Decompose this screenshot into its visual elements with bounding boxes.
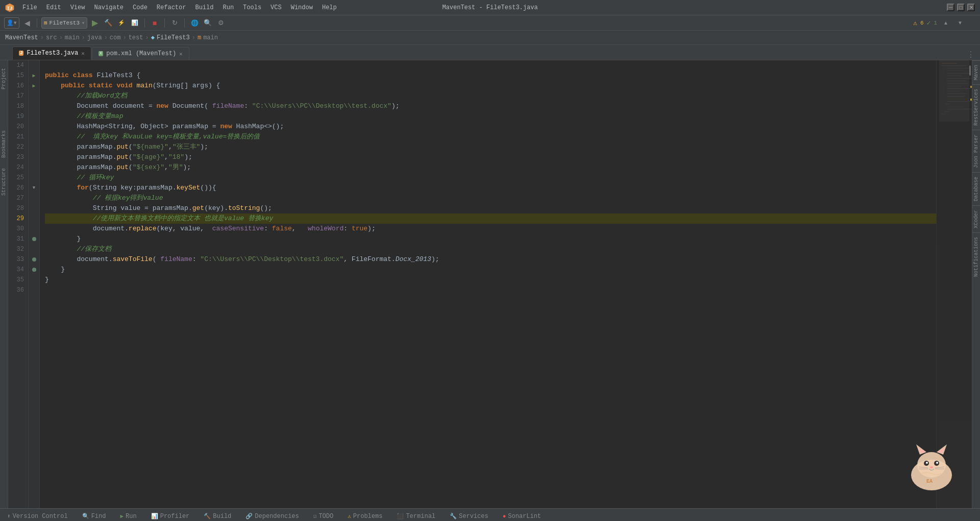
- run-config-selector[interactable]: m FileTest3 ▾: [41, 17, 87, 29]
- stop-button[interactable]: ■: [149, 17, 160, 29]
- profiler-label: Profiler: [160, 513, 190, 520]
- todo-tool[interactable]: ☑ TODO: [310, 512, 336, 521]
- breadcrumb-src[interactable]: src: [46, 34, 57, 41]
- menu-run[interactable]: Run: [218, 3, 238, 13]
- coverage-button[interactable]: ⚡: [116, 17, 127, 29]
- profiler-tool[interactable]: 📊 Profiler: [148, 512, 193, 521]
- menu-vcs[interactable]: VCS: [266, 3, 286, 13]
- close-button[interactable]: ✕: [967, 4, 975, 11]
- search-button[interactable]: 🔍: [202, 17, 213, 29]
- code-line-32: //保存文档: [45, 244, 936, 254]
- problems-tool[interactable]: ⚠ Problems: [345, 512, 385, 521]
- back-button[interactable]: ◀: [21, 17, 33, 29]
- version-control-tool[interactable]: ⬆ Version Control: [4, 512, 71, 521]
- find-tool[interactable]: 🔍 Find: [79, 512, 109, 521]
- gutter-15: ▶: [29, 70, 39, 81]
- menu-tools[interactable]: Tools: [239, 3, 265, 13]
- gutter-26: ▼: [29, 183, 39, 193]
- code-line-27: // 根据key得到value: [45, 193, 936, 203]
- gutter-22: [29, 142, 39, 152]
- tab-pom[interactable]: X pom.xml (MavenTest) ✕: [92, 47, 189, 60]
- svg-rect-9: [947, 81, 966, 81]
- tab-filtest3[interactable]: J FileTest3.java ✕: [12, 46, 91, 60]
- run-button[interactable]: ▶: [89, 17, 101, 29]
- bookmarks-panel-label[interactable]: Bookmarks: [0, 125, 8, 163]
- navigate-up-button[interactable]: ▲: [940, 17, 951, 29]
- rest-services-panel-label[interactable]: RestServices: [972, 84, 980, 130]
- terminal-tool[interactable]: ⬛ Terminal: [394, 512, 438, 521]
- menu-code[interactable]: Code: [129, 3, 152, 13]
- breadcrumb-sep3: ›: [82, 34, 85, 41]
- menu-build[interactable]: Build: [191, 3, 217, 13]
- json-parser-panel-label[interactable]: Json Parser: [972, 130, 980, 172]
- svg-rect-6: [947, 73, 971, 74]
- translate-button[interactable]: 🌐: [189, 17, 200, 29]
- breadcrumb-test[interactable]: test: [129, 34, 143, 41]
- code-line-14: [45, 60, 936, 70]
- menu-file[interactable]: File: [18, 3, 41, 13]
- menu-help[interactable]: Help: [318, 3, 341, 13]
- profile-selector-button[interactable]: 👤▾: [4, 17, 19, 29]
- line-num-14: 14: [8, 60, 24, 70]
- notifications-panel-label[interactable]: Notifications: [972, 232, 980, 281]
- xml-file-icon: X: [99, 51, 103, 56]
- line-numbers: 14 15 16 17 18 19 20 21 22 23 24 25 26 2…: [8, 60, 29, 508]
- gutter-35: [29, 275, 39, 285]
- dependencies-tool[interactable]: 🔗 Dependencies: [242, 512, 302, 521]
- warning-icon: ⚠: [913, 19, 917, 27]
- line-num-19: 19: [8, 111, 24, 122]
- code-editor[interactable]: public class FileTest3 { public static v…: [40, 60, 936, 508]
- svg-rect-17: [947, 101, 972, 102]
- maximize-button[interactable]: □: [957, 4, 965, 11]
- code-line-28: String value = paramsMap.get(key).toStri…: [45, 203, 936, 214]
- svg-rect-16: [947, 99, 972, 100]
- sonarLint-tool[interactable]: ● SonarLint: [500, 512, 544, 521]
- profile-run-button[interactable]: 📊: [129, 17, 140, 29]
- line-num-30: 30: [8, 224, 24, 234]
- menu-edit[interactable]: Edit: [42, 3, 65, 13]
- settings-button[interactable]: ⚙: [215, 17, 227, 29]
- xcoder-panel-label[interactable]: XCoder: [972, 205, 980, 232]
- breadcrumb-java[interactable]: java: [87, 34, 102, 41]
- gutter-25: [29, 173, 39, 183]
- project-panel-label[interactable]: Project: [0, 63, 8, 94]
- services-tool[interactable]: 🔧 Services: [447, 512, 492, 521]
- gutter-28: [29, 203, 39, 214]
- app-logo: IJ: [5, 3, 14, 12]
- code-line-31: }: [45, 234, 936, 244]
- services-label: Services: [459, 513, 488, 520]
- gutter-17: [29, 91, 39, 101]
- database-panel-label[interactable]: Database: [972, 172, 980, 205]
- more-tabs-button[interactable]: ⋮: [967, 50, 980, 60]
- bookmark-31: [32, 237, 36, 241]
- menu-navigate[interactable]: Navigate: [90, 3, 128, 13]
- line-num-33: 33: [8, 254, 24, 265]
- breadcrumb-file-icon: ◆: [151, 34, 155, 41]
- code-line-20: HashMap<String, Object> paramsMap = new …: [45, 122, 936, 132]
- svg-rect-5: [947, 70, 965, 71]
- menu-refactor[interactable]: Refactor: [153, 3, 190, 13]
- build-tool[interactable]: 🔨 Build: [201, 512, 234, 521]
- line-num-29: 29: [8, 214, 24, 224]
- ok-icon: ✓: [927, 19, 931, 27]
- breadcrumb-method[interactable]: main: [203, 34, 218, 41]
- breadcrumb-com[interactable]: com: [110, 34, 121, 41]
- svg-rect-22: [942, 114, 946, 114]
- breadcrumb-file[interactable]: FileTest3: [157, 34, 190, 41]
- breadcrumb-project[interactable]: MavenTest: [5, 34, 38, 41]
- tab-pom-close[interactable]: ✕: [179, 51, 183, 57]
- maven-panel-label[interactable]: Maven: [972, 60, 980, 84]
- navigate-down-button[interactable]: ▼: [954, 17, 966, 29]
- breadcrumb-main[interactable]: main: [65, 34, 80, 41]
- menu-view[interactable]: View: [66, 3, 89, 13]
- tab-filtest3-close[interactable]: ✕: [81, 50, 85, 57]
- svg-rect-15: [947, 96, 965, 97]
- sync-button[interactable]: ↻: [169, 17, 180, 29]
- build-button[interactable]: 🔨: [103, 17, 114, 29]
- minimize-button[interactable]: ─: [947, 4, 954, 11]
- run-tool[interactable]: ▶ Run: [117, 512, 139, 521]
- dependencies-label: Dependencies: [255, 513, 299, 520]
- structure-panel-label[interactable]: Structure: [0, 163, 8, 201]
- build-label: Build: [213, 513, 231, 520]
- menu-window[interactable]: Window: [287, 3, 317, 13]
